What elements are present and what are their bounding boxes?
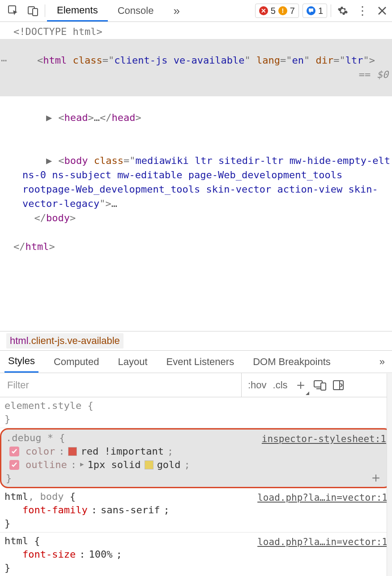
message-icon xyxy=(307,6,315,15)
device-toggle-icon[interactable] xyxy=(23,0,43,21)
styles-filter-bar: Filter :hov .cls ＋ xyxy=(0,373,392,397)
property-line[interactable]: font-size: 100%; xyxy=(4,548,388,561)
panel-toggle-icon[interactable] xyxy=(332,380,344,391)
overflow-dots-icon: ⋯ xyxy=(1,53,7,68)
dom-doctype[interactable]: <!DOCTYPE html> xyxy=(0,25,392,39)
devtools-toolbar: Elements Console » ✕ 5 7 1 ⋮ xyxy=(0,0,392,22)
tab-console[interactable]: Console xyxy=(108,0,164,21)
console-counts[interactable]: ✕ 5 7 xyxy=(255,4,299,18)
breadcrumb-item[interactable]: html.client-js.ve-available xyxy=(6,333,124,348)
close-icon[interactable] xyxy=(372,0,392,21)
message-counts[interactable]: 1 xyxy=(303,4,327,18)
svg-rect-2 xyxy=(33,9,38,16)
hov-button[interactable]: :hov xyxy=(248,379,267,391)
rule-debug[interactable]: inspector-stylesheet:1 .debug * { color:… xyxy=(0,428,392,488)
tab-event-listeners[interactable]: Event Listeners xyxy=(163,351,238,373)
error-icon: ✕ xyxy=(259,6,268,15)
scrollbar[interactable] xyxy=(387,374,392,576)
add-property-icon[interactable]: ＋ xyxy=(369,471,383,484)
separator xyxy=(331,4,331,17)
device-styles-icon[interactable] xyxy=(314,379,326,391)
tab-styles[interactable]: Styles xyxy=(4,351,38,373)
expand-arrow-icon[interactable]: ▶ xyxy=(46,154,52,168)
property-line[interactable]: font-family: sans-serif; xyxy=(4,503,388,517)
tab-layout[interactable]: Layout xyxy=(114,351,151,373)
styles-rules: element.style {} inspector-stylesheet:1 … xyxy=(0,397,392,576)
svg-rect-4 xyxy=(321,383,326,390)
warning-count: 7 xyxy=(290,6,295,16)
rule-source-link[interactable]: load.php?la…in=vector:1 xyxy=(257,491,388,504)
tab-computed[interactable]: Computed xyxy=(50,351,103,373)
settings-icon[interactable] xyxy=(333,0,353,21)
color-swatch[interactable] xyxy=(68,447,77,456)
inspect-icon[interactable] xyxy=(4,0,23,21)
styles-tabs: Styles Computed Layout Event Listeners D… xyxy=(0,351,392,373)
warning-icon xyxy=(278,6,287,15)
rule-html-body[interactable]: load.php?la…in=vector:1 html, body { fon… xyxy=(0,488,392,533)
property-checkbox[interactable] xyxy=(9,447,19,456)
rule-source-link[interactable]: inspector-stylesheet:1 xyxy=(262,432,386,446)
expand-arrow-icon[interactable]: ▶ xyxy=(46,111,52,125)
property-checkbox[interactable] xyxy=(9,460,19,470)
breadcrumb: html.client-js.ve-available xyxy=(0,331,392,351)
dom-tree[interactable]: <!DOCTYPE html> ⋯<html class="client-js … xyxy=(0,22,392,331)
error-count: 5 xyxy=(271,6,276,16)
separator xyxy=(45,4,45,17)
expand-shorthand-icon[interactable]: ▶ xyxy=(80,457,84,471)
dom-html-close[interactable]: </html> xyxy=(0,240,392,254)
message-count: 1 xyxy=(318,6,323,16)
panel-tabs: Elements Console » xyxy=(47,0,190,21)
property-line[interactable]: outline: ▶ 1px solid gold; xyxy=(6,458,386,472)
selected-var: == $0 xyxy=(359,68,388,82)
tab-dom-breakpoints[interactable]: DOM Breakpoints xyxy=(249,351,334,373)
new-style-rule-button[interactable]: ＋ xyxy=(294,376,307,394)
kebab-menu-icon[interactable]: ⋮ xyxy=(353,0,372,21)
cls-button[interactable]: .cls xyxy=(273,379,288,391)
tab-elements[interactable]: Elements xyxy=(47,0,108,21)
property-line[interactable]: color: red !important; xyxy=(6,445,386,458)
rule-element-style[interactable]: element.style {} xyxy=(0,397,392,428)
rule-source-link[interactable]: load.php?la…in=vector:1 xyxy=(257,535,388,549)
color-swatch[interactable] xyxy=(145,460,153,469)
dom-head[interactable]: ▶ <head>…</head> xyxy=(0,96,392,139)
rule-html[interactable]: load.php?la…in=vector:1 html { font-size… xyxy=(0,533,392,576)
dom-body[interactable]: ▶ <body class="mediawiki ltr sitedir-ltr… xyxy=(0,139,392,240)
dom-html-open[interactable]: ⋯<html class="client-js ve-available" la… xyxy=(0,39,392,96)
tabs-more-icon[interactable]: » xyxy=(379,351,392,373)
tab-more-icon[interactable]: » xyxy=(163,0,189,21)
filter-input[interactable]: Filter xyxy=(0,373,242,397)
